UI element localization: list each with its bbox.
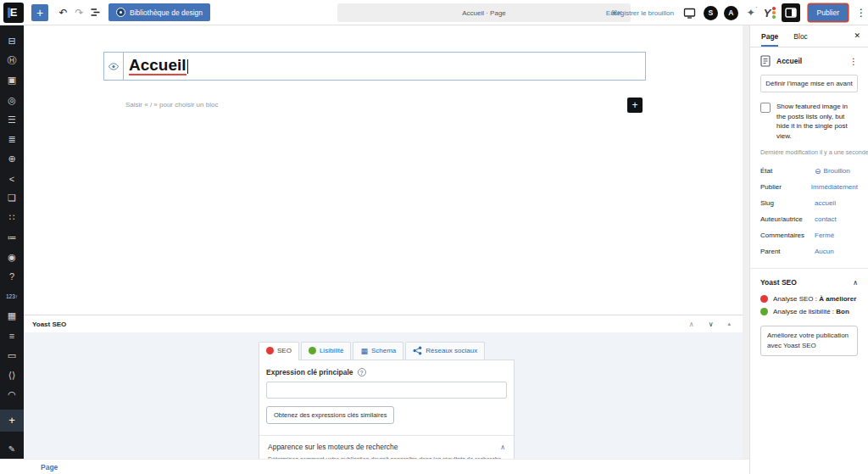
tab-page[interactable]: Page bbox=[761, 25, 778, 47]
sidebar-divider bbox=[750, 268, 868, 269]
block-inserter-button[interactable]: + bbox=[31, 4, 48, 21]
design-library-button[interactable]: Bibliothèque de design bbox=[108, 3, 210, 21]
editor-topbar: E + ↶ ↷ Bibliothèque de design Accueil ·… bbox=[0, 0, 868, 25]
yoast-metabox-body: SEO Lisibilité ▦ Schema Réseaux sociaux bbox=[24, 332, 743, 459]
post-actions-menu-icon[interactable]: ⋮ bbox=[849, 57, 858, 66]
row-publish-date: Publier Immédiatement bbox=[760, 179, 858, 195]
set-featured-image-button[interactable]: Définir l'image mise en avant bbox=[760, 75, 858, 92]
slug-button[interactable]: accueil bbox=[815, 199, 836, 207]
move-down-icon[interactable]: ∨ bbox=[709, 321, 714, 328]
add-block-button[interactable]: + bbox=[627, 98, 643, 113]
list-icon[interactable]: ≡ bbox=[0, 326, 24, 345]
keyphrase-input[interactable] bbox=[266, 382, 507, 399]
wordpress-block-editor: E + ↶ ↷ Bibliothèque de design Accueil ·… bbox=[0, 0, 868, 474]
breadcrumb[interactable]: Page bbox=[41, 463, 58, 471]
block-appender-placeholder[interactable]: Saisir « / » pour choisir un bloc bbox=[125, 101, 218, 109]
parent-button[interactable]: Aucun bbox=[815, 248, 834, 255]
ordered-list-icon[interactable]: ≔ bbox=[0, 228, 24, 248]
heading-block-icon[interactable]: Ⓗ bbox=[0, 51, 24, 70]
collapse-icon[interactable]: ▴ bbox=[727, 321, 731, 328]
site-logo[interactable]: E bbox=[3, 3, 24, 23]
tab-lisibilite[interactable]: Lisibilité bbox=[301, 342, 351, 360]
tab-schema-label: Schema bbox=[371, 347, 396, 354]
settings-tabs: Page Bloc ✕ bbox=[750, 25, 868, 47]
parent-value: Aucun bbox=[815, 248, 834, 255]
a-plugin-badge-icon[interactable]: A bbox=[724, 6, 738, 20]
row-comments: Commentaires Fermé bbox=[760, 227, 858, 243]
yoast-sidebar-section-header[interactable]: Yoast SEO ∧ bbox=[760, 278, 858, 287]
s-badge-letter: S bbox=[709, 8, 714, 17]
readability-score-dot-icon bbox=[309, 347, 316, 354]
table-icon[interactable]: ▦ bbox=[0, 306, 24, 326]
post-summary-card: Accueil ⋮ bbox=[760, 55, 858, 67]
tab-seo[interactable]: SEO bbox=[259, 342, 299, 360]
target-icon[interactable]: ◎ bbox=[0, 90, 24, 109]
post-card-title: Accueil bbox=[776, 57, 802, 65]
row-author-label: Auteur/autrice bbox=[760, 215, 815, 223]
readability-good-dot-icon bbox=[760, 308, 768, 315]
numbers-icon[interactable]: 123↑ bbox=[0, 287, 24, 306]
help-icon[interactable]: ? bbox=[0, 267, 24, 287]
list-view-button[interactable] bbox=[87, 3, 103, 22]
pencil-icon[interactable]: ✎ bbox=[0, 440, 24, 459]
media-icon[interactable]: ▣ bbox=[0, 70, 24, 90]
layers-icon[interactable]: ☰ bbox=[0, 110, 24, 130]
tab-seo-label: SEO bbox=[277, 347, 292, 354]
post-title-input[interactable]: Accueil bbox=[124, 53, 188, 80]
post-title-block[interactable]: Accueil bbox=[103, 52, 646, 81]
comments-value: Fermé bbox=[815, 231, 834, 239]
preview-button[interactable] bbox=[682, 3, 698, 22]
row-status-label: État bbox=[760, 167, 815, 175]
readability-value: Bon bbox=[836, 308, 849, 315]
row-publish-label: Publier bbox=[760, 183, 811, 191]
plus-icon: + bbox=[632, 99, 637, 111]
redo-button[interactable]: ↷ bbox=[71, 3, 87, 22]
settings-sidebar: Page Bloc ✕ Accueil ⋮ Définir l'image mi… bbox=[749, 25, 868, 474]
tab-shape-icon[interactable]: ◠ bbox=[0, 385, 24, 404]
camera-icon[interactable]: ◉ bbox=[0, 248, 24, 267]
dashboard-icon[interactable]: ⊟ bbox=[0, 31, 24, 51]
canvas-scrollbar[interactable] bbox=[743, 25, 749, 459]
seo-analysis-label: Analyse SEO : bbox=[773, 295, 817, 303]
share-icon[interactable]: < bbox=[0, 169, 24, 188]
featured-image-checkbox[interactable] bbox=[760, 103, 771, 113]
undo-button[interactable]: ↶ bbox=[55, 3, 71, 22]
blocks-grid-icon[interactable]: ∷ bbox=[0, 208, 24, 227]
seo-analysis-row: Analyse SEO : À améliorer bbox=[760, 295, 858, 303]
settings-panel-toggle[interactable] bbox=[782, 3, 800, 22]
comments-button[interactable]: Fermé bbox=[815, 231, 834, 239]
chevron-up-icon[interactable]: ∧ bbox=[500, 443, 505, 451]
help-icon[interactable]: ? bbox=[358, 368, 366, 376]
globe-edit-icon[interactable]: ⊕ bbox=[0, 149, 24, 169]
options-menu-button[interactable]: ⋮ bbox=[856, 7, 865, 19]
tab-schema[interactable]: ▦ Schema bbox=[353, 342, 403, 360]
author-button[interactable]: contact bbox=[815, 215, 837, 223]
move-up-icon[interactable]: ∧ bbox=[689, 321, 694, 328]
tab-reseaux-sociaux[interactable]: Réseaux sociaux bbox=[405, 342, 485, 360]
tab-lisibilite-label: Lisibilité bbox=[320, 347, 343, 354]
ai-assistant-button[interactable]: ✦ bbox=[744, 3, 758, 22]
yoast-improve-button[interactable]: Améliorez votre publication avec Yoast S… bbox=[760, 326, 858, 356]
s-plugin-badge-icon[interactable]: S bbox=[704, 6, 718, 20]
yoast-metabox-header[interactable]: Yoast SEO ∧ ∨ ▴ bbox=[24, 315, 743, 332]
save-draft-button[interactable]: Enregistrer le brouillon bbox=[606, 9, 674, 17]
document-icon[interactable]: ≣ bbox=[0, 130, 24, 149]
search-appearance-header[interactable]: Apparence sur les moteurs de recherche bbox=[268, 443, 398, 451]
comment-icon[interactable]: ▭ bbox=[0, 346, 24, 365]
keyphrase-label: Expression clé principale bbox=[266, 368, 353, 376]
status-value-button[interactable]: ⊖ Brouillon bbox=[815, 167, 850, 176]
yoast-eye-marker[interactable] bbox=[104, 53, 124, 80]
bookmark-icon[interactable]: ❏ bbox=[0, 188, 24, 208]
document-switcher[interactable]: Accueil · Page ⌘K bbox=[337, 3, 631, 22]
tab-block[interactable]: Bloc bbox=[793, 25, 808, 47]
yoast-tabs: SEO Lisibilité ▦ Schema Réseaux sociaux bbox=[259, 342, 485, 360]
brackets-icon[interactable]: ⟨⟩ bbox=[0, 365, 24, 385]
post-title-text: Accueil bbox=[129, 57, 186, 76]
row-status: État ⊖ Brouillon bbox=[760, 163, 858, 179]
publish-date-button[interactable]: Immédiatement bbox=[811, 183, 858, 191]
rail-add-button[interactable]: + bbox=[0, 410, 24, 432]
yoast-seo-toolbar-button[interactable]: Y bbox=[764, 7, 776, 20]
publish-button[interactable]: Publier bbox=[809, 4, 848, 21]
close-icon[interactable]: ✕ bbox=[854, 31, 860, 40]
related-keyphrases-button[interactable]: Obtenez des expressions clés similaires bbox=[266, 406, 394, 424]
